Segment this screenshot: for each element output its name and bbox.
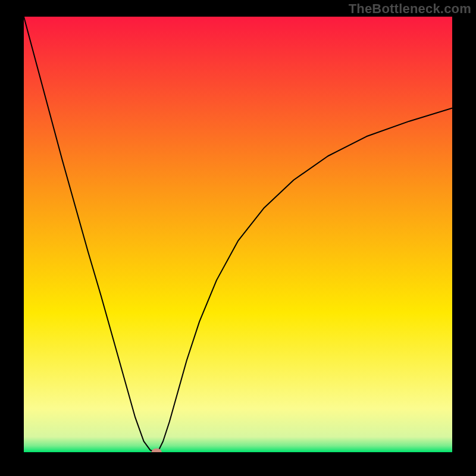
plot-area <box>24 17 452 452</box>
chart-background <box>24 17 452 452</box>
chart-frame: TheBottleneck.com <box>0 0 476 476</box>
chart-svg <box>24 17 452 452</box>
watermark-text: TheBottleneck.com <box>349 1 471 17</box>
